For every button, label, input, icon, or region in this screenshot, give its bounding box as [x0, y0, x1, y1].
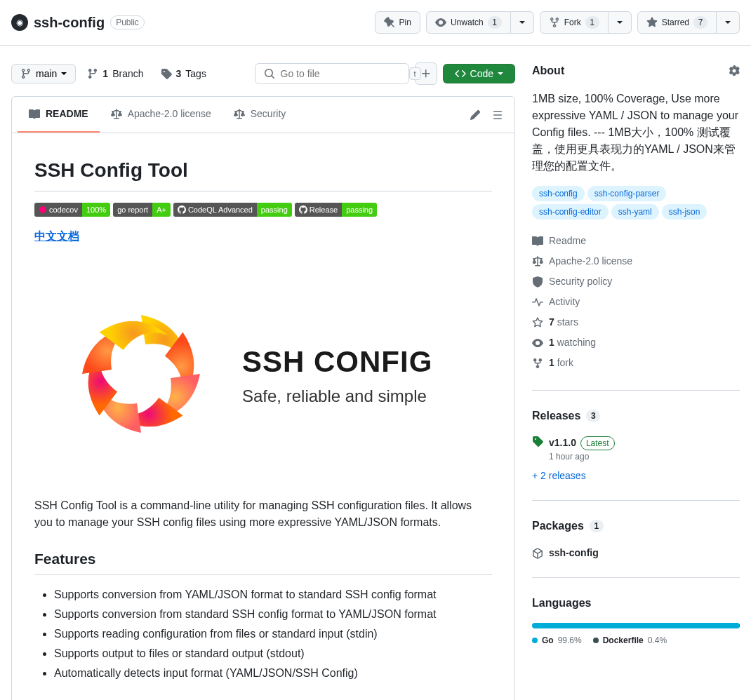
fork-dropdown-button[interactable]	[609, 11, 632, 34]
code-icon	[455, 68, 466, 79]
language-item[interactable]: Dockerfile 0.4%	[593, 634, 667, 647]
about-description: 1MB size, 100% Coverage, Use more expres…	[532, 90, 740, 175]
topic-tag[interactable]: ssh-config-editor	[532, 204, 609, 220]
logo-block: SSH CONFIG Safe, reliable and simple	[34, 256, 492, 497]
tags-label: Tags	[185, 67, 206, 81]
starred-label: Starred	[662, 15, 689, 29]
tags-link[interactable]: 3 Tags	[155, 63, 212, 85]
star-filled-icon	[646, 17, 658, 28]
meta-security[interactable]: Security policy	[532, 271, 740, 292]
main-column: main 1 Branch 3 Tags t	[11, 62, 515, 700]
repo-action-buttons: Pin Unwatch 1 Fork 1 Starred 7	[375, 11, 740, 34]
meta-activity[interactable]: Activity	[532, 292, 740, 312]
meta-license[interactable]: Apache-2.0 license	[532, 251, 740, 271]
watch-count: 1	[488, 16, 502, 29]
language-item[interactable]: Go 99.6%	[532, 634, 582, 647]
shield-badge[interactable]: codecov100%	[34, 203, 110, 217]
chevron-down-icon	[725, 21, 731, 24]
plus-icon	[420, 68, 432, 79]
branch-select-button[interactable]: main	[11, 64, 76, 83]
go-to-file-input[interactable]: t	[255, 63, 409, 85]
shield-badge[interactable]: go reportA+	[113, 203, 171, 217]
shield-badge[interactable]: CodeQL Advancedpassing	[173, 203, 292, 217]
releases-count: 3	[586, 410, 600, 422]
release-time: 1 hour ago	[549, 450, 615, 463]
tab-security[interactable]: Security	[222, 101, 298, 128]
star-dropdown-button[interactable]	[717, 11, 740, 34]
pin-icon	[384, 17, 395, 28]
chinese-doc-link[interactable]: 中文文档	[34, 228, 79, 245]
feature-item: Supports conversion from YAML/JSON forma…	[54, 586, 492, 603]
branch-icon	[20, 68, 32, 79]
law-icon	[532, 256, 543, 267]
topic-tag[interactable]: ssh-yaml	[611, 204, 659, 220]
latest-badge: Latest	[580, 436, 615, 450]
sidebar: About 1MB size, 100% Coverage, Use more …	[532, 62, 740, 680]
about-heading: About	[532, 62, 740, 79]
tab-readme-label: README	[46, 107, 88, 121]
branch-icon	[87, 68, 98, 79]
language-list: Go 99.6%Dockerfile 0.4%	[532, 634, 740, 647]
visibility-badge: Public	[110, 15, 145, 29]
shield-icon	[532, 276, 543, 288]
starred-button[interactable]: Starred 7	[637, 11, 717, 34]
topic-tag[interactable]: ssh-config-parser	[587, 186, 667, 201]
meta-stars[interactable]: 7 stars	[532, 312, 740, 332]
meta-readme[interactable]: Readme	[532, 231, 740, 251]
meta-watching[interactable]: 1 watching	[532, 332, 740, 353]
tab-license[interactable]: Apache-2.0 license	[100, 101, 222, 128]
release-tag: v1.1.0 Latest	[549, 436, 615, 450]
releases-section: Releases 3 v1.1.0 Latest 1 hour ago + 2 …	[532, 408, 740, 501]
edit-readme-button[interactable]	[464, 104, 486, 126]
shield-badge[interactable]: Releasepassing	[295, 203, 377, 217]
unwatch-button[interactable]: Unwatch 1	[426, 11, 511, 34]
go-to-file-field[interactable]	[281, 68, 404, 79]
topics: ssh-configssh-config-parserssh-config-ed…	[532, 186, 740, 220]
readme-tabs: README Apache-2.0 license Security	[12, 97, 514, 133]
repo-name[interactable]: ssh-config	[34, 12, 105, 33]
badge-row: codecov100%go reportA+CodeQL Advancedpas…	[34, 203, 492, 217]
watch-dropdown-button[interactable]	[511, 11, 534, 34]
fork-icon	[532, 358, 543, 369]
branches-link[interactable]: 1 Branch	[81, 63, 149, 85]
list-icon	[492, 109, 503, 121]
packages-section: Packages 1 ssh-config	[532, 518, 740, 578]
fork-button[interactable]: Fork 1	[540, 11, 609, 34]
book-icon	[532, 236, 543, 247]
latest-release[interactable]: v1.1.0 Latest 1 hour ago	[532, 436, 740, 463]
owner-avatar[interactable]: ◉	[11, 14, 28, 31]
repo-container: main 1 Branch 3 Tags t	[0, 46, 751, 700]
readme-title: SSH Config Tool	[34, 156, 492, 191]
logo-image	[57, 290, 225, 458]
branches-count: 1	[102, 67, 108, 81]
language-segment	[739, 623, 740, 628]
languages-section: Languages Go 99.6%Dockerfile 0.4%	[532, 595, 740, 664]
branches-label: Branch	[112, 67, 143, 81]
code-label: Code	[470, 68, 493, 79]
star-icon	[532, 317, 543, 328]
search-icon	[264, 68, 275, 79]
feature-item: Automatically detects input format (YAML…	[54, 665, 492, 682]
tab-readme[interactable]: README	[18, 97, 100, 133]
more-releases-link[interactable]: + 2 releases	[532, 470, 586, 481]
pin-button[interactable]: Pin	[375, 11, 420, 34]
package-link[interactable]: ssh-config	[532, 546, 740, 560]
star-button-group: Starred 7	[637, 11, 740, 34]
language-bar	[532, 623, 740, 628]
chevron-down-icon	[617, 21, 623, 24]
topic-tag[interactable]: ssh-json	[662, 204, 707, 220]
brand-tagline: Safe, reliable and simple	[242, 384, 432, 409]
code-button[interactable]: Code	[443, 64, 515, 83]
outline-button[interactable]	[486, 104, 509, 126]
gear-icon[interactable]	[729, 65, 740, 76]
repo-title-group: ◉ ssh-config Public	[11, 12, 145, 33]
branch-name: main	[36, 68, 57, 79]
meta-forks[interactable]: 1 fork	[532, 353, 740, 373]
tab-security-label: Security	[251, 107, 286, 121]
releases-heading[interactable]: Releases 3	[532, 408, 740, 424]
packages-heading[interactable]: Packages 1	[532, 518, 740, 534]
package-icon	[532, 548, 543, 559]
readme-box: README Apache-2.0 license Security	[11, 96, 515, 700]
topic-tag[interactable]: ssh-config	[532, 186, 585, 201]
watch-button-group: Unwatch 1	[426, 11, 534, 34]
